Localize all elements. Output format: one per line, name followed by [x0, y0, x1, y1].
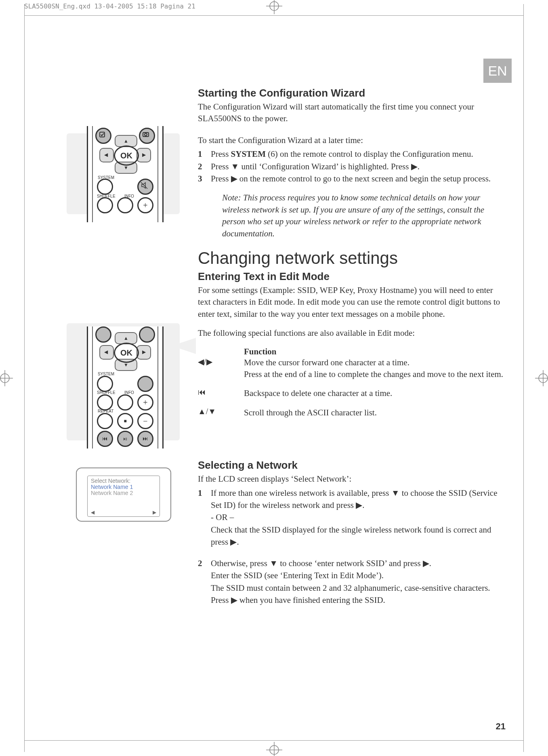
- crop-mark-icon: [266, 742, 282, 756]
- lcd-nav-arrows: ◀▶: [91, 510, 156, 516]
- body-text: Starting the Configuration Wizard The Co…: [198, 87, 508, 606]
- section1-note: Note: This process requires you to know …: [222, 192, 508, 240]
- step-3: 3 Press ▶ on the remote control to go to…: [198, 173, 508, 185]
- page-number: 21: [496, 721, 506, 732]
- callout-pointer-icon: [172, 338, 196, 354]
- plus-button-icon: +: [137, 394, 153, 411]
- system-button-icon: [97, 179, 113, 195]
- func-symbol: ▲/▼: [198, 407, 237, 419]
- section2-lead: The following special functions are also…: [198, 327, 508, 339]
- info-button-icon: [117, 394, 133, 411]
- func-desc: Backspace to delete one character at a t…: [244, 387, 508, 399]
- stop-button-icon: ■: [117, 413, 133, 429]
- crop-mark-icon: [266, 0, 282, 14]
- crop-mark-icon: [0, 370, 13, 386]
- mute-button-icon: [137, 376, 153, 392]
- remote-illustration-1: ▲ ▼ ◀ ▶ OK SYSTEM SHUFFLE INFO +: [67, 133, 180, 214]
- function-table: Function ◀/▶ Move the cursor forward one…: [198, 347, 508, 419]
- section2-main-heading: Changing network settings: [198, 248, 508, 268]
- lcd-line1: Network Name 1: [91, 484, 156, 490]
- lcd-title: Select Network:: [91, 478, 156, 484]
- repeat-button-icon: [97, 413, 113, 429]
- section1-intro: The Configuration Wizard will start auto…: [198, 101, 508, 125]
- func-desc: Move the cursor forward one character at…: [244, 357, 508, 381]
- minus-button-icon: −: [137, 413, 153, 429]
- remote-dpad: ▲ ▼ ◀ ▶ OK: [97, 134, 153, 175]
- ok-button: OK: [114, 343, 139, 363]
- section2-intro: For some settings (Example: SSID, WEP Ke…: [198, 284, 508, 320]
- step-1: 1 Press SYSTEM (6) on the remote control…: [198, 148, 508, 160]
- prev-button-icon: ⏮: [97, 431, 113, 447]
- svg-marker-16: [172, 338, 196, 354]
- step-1: 1 If more than one wireless network is a…: [198, 487, 508, 548]
- remote-dpad: ▲ ▼ ◀ ▶ OK: [97, 331, 153, 372]
- manual-page: SLA5500SN_Eng.qxd 13-04-2005 15:18 Pagin…: [0, 0, 548, 756]
- playpause-button-icon: ⏯: [117, 431, 133, 447]
- ok-button: OK: [114, 145, 139, 166]
- shuffle-button-icon: [97, 394, 113, 411]
- language-tab: EN: [483, 59, 512, 83]
- lcd-illustration: Select Network: Network Name 1 Network N…: [67, 461, 181, 530]
- func-desc: Scroll through the ASCII character list.: [244, 407, 508, 419]
- section1-lead: To start the Configuration Wizard at a l…: [198, 135, 508, 146]
- info-button-icon: [117, 197, 133, 213]
- remote-illustration-2: ▲ ▼ ◀ ▶ OK SYSTEM SHUFFLE INFO + REPEAT …: [67, 323, 180, 440]
- func-symbol: ⏮: [198, 387, 237, 399]
- function-header: Function: [244, 347, 508, 357]
- section3-lead: If the LCD screen displays ‘Select Netwo…: [198, 473, 508, 485]
- mute-button-icon: [137, 179, 153, 195]
- step-2: 2 Press ▼ until ‘Configuration Wizard’ i…: [198, 160, 508, 173]
- section1-heading: Starting the Configuration Wizard: [198, 87, 508, 99]
- func-symbol: ◀/▶: [198, 357, 237, 381]
- shuffle-button-icon: [97, 197, 113, 213]
- next-button-icon: ⏭: [137, 431, 153, 447]
- lcd-line2: Network Name 2: [91, 490, 156, 496]
- system-button-icon: [97, 376, 113, 392]
- plus-button-icon: +: [137, 197, 153, 213]
- step-2: 2 Otherwise, press ▼ to choose ‘enter ne…: [198, 557, 508, 606]
- crop-mark-icon: [535, 370, 548, 386]
- section2-sub-heading: Entering Text in Edit Mode: [198, 270, 508, 283]
- section3-heading: Selecting a Network: [198, 459, 508, 472]
- print-header: SLA5500SN_Eng.qxd 13-04-2005 15:18 Pagin…: [24, 2, 195, 10]
